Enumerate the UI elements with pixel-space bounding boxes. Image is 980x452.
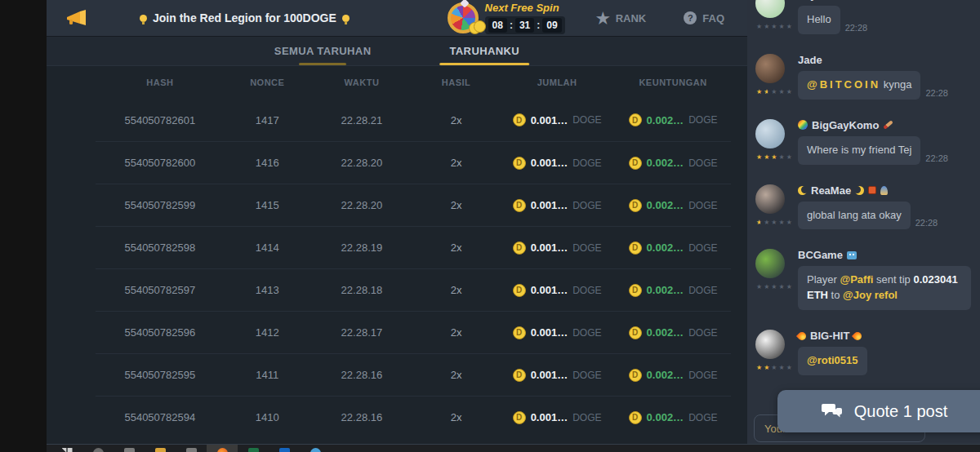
taskbar-excel-icon[interactable] bbox=[238, 445, 269, 452]
username-text: Joy refol bbox=[798, 0, 842, 1]
taskbar-gray-icon[interactable] bbox=[176, 445, 207, 452]
doge-coin-icon bbox=[629, 242, 642, 255]
chat-username[interactable]: BIG-HIT bbox=[798, 330, 972, 342]
star-icon: ★ bbox=[786, 153, 794, 161]
hasil-value: 2x bbox=[413, 326, 499, 339]
chat-message: ★★★★★ Jade @BITCOIN kynga 22:28 bbox=[755, 54, 972, 100]
chat-bubble-row: @BITCOIN kynga 22:28 bbox=[798, 71, 972, 100]
star-icon: ★ bbox=[779, 88, 786, 95]
chat-message: ★★★★★ BCGame Player @Paffi sent tip 0.02… bbox=[755, 249, 972, 310]
taskbar-gray-icon[interactable] bbox=[114, 445, 145, 452]
star-icon: ★ bbox=[764, 23, 771, 30]
pray-icon bbox=[880, 186, 888, 195]
avatar[interactable] bbox=[755, 54, 785, 83]
jumlah-currency: DOGE bbox=[572, 285, 601, 296]
jumlah-cell: 0.001… DOGE bbox=[499, 284, 615, 297]
avatar[interactable] bbox=[755, 184, 785, 214]
waktu-value: 22.28.20 bbox=[310, 157, 413, 169]
keuntungan-currency: DOGE bbox=[688, 285, 717, 296]
username-text: Jade bbox=[798, 54, 822, 66]
outlook-icon bbox=[279, 448, 290, 452]
taskbar-firefox-icon[interactable] bbox=[207, 445, 238, 452]
jumlah-currency: DOGE bbox=[572, 412, 601, 423]
timer-seconds: 09 bbox=[542, 18, 561, 33]
rank-label: RANK bbox=[616, 12, 647, 24]
chat-timestamp: 22:28 bbox=[845, 23, 868, 34]
table-row: 554050782595 1411 22.28.16 2x 0.001… DOG… bbox=[96, 353, 731, 396]
taskbar-outlook-icon[interactable] bbox=[269, 445, 300, 452]
jumlah-cell: 0.001… DOGE bbox=[499, 113, 615, 126]
quote-post-button[interactable]: Quote 1 post bbox=[777, 390, 980, 432]
waktu-value: 22.28.18 bbox=[310, 284, 413, 296]
avatar[interactable] bbox=[755, 0, 785, 18]
gray-icon bbox=[186, 448, 197, 452]
user-star-rating: ★★★★★ bbox=[756, 219, 794, 226]
doge-coin-icon bbox=[513, 113, 526, 126]
tab-semua-taruhan[interactable]: SEMUA TARUHAN bbox=[274, 37, 372, 65]
jumlah-cell: 0.001… DOGE bbox=[499, 242, 615, 255]
chat-bubble: @roti0515 bbox=[798, 347, 867, 375]
timer-colon: : bbox=[537, 20, 540, 31]
nonce-value: 1410 bbox=[225, 411, 310, 423]
chat-username[interactable]: ReaMae bbox=[798, 184, 972, 197]
fire-icon bbox=[852, 330, 863, 341]
header-jumlah: JUMLAH bbox=[499, 78, 615, 87]
faq-button[interactable]: ? FAQ bbox=[684, 11, 724, 24]
jumlah-amount: 0.001… bbox=[531, 284, 568, 296]
chat-bubble: Where is my friend Tej bbox=[798, 136, 920, 165]
hasil-value: 2x bbox=[413, 242, 499, 254]
taskbar-skype-icon[interactable] bbox=[300, 445, 331, 452]
announcement-banner[interactable]: Join the Red Legion for 100DOGE bbox=[140, 11, 350, 24]
header-waktu: WAKTU bbox=[310, 78, 413, 87]
star-icon: ★ bbox=[756, 219, 764, 226]
chat-bubble-row: @roti0515 bbox=[798, 347, 972, 375]
doge-coin-icon bbox=[629, 157, 642, 170]
jumlah-currency: DOGE bbox=[572, 327, 601, 339]
taskbar-folder-icon[interactable] bbox=[145, 445, 176, 452]
doge-coin-icon bbox=[629, 411, 642, 424]
keuntungan-cell: 0.002… DOGE bbox=[615, 411, 731, 424]
keuntungan-cell: 0.002… DOGE bbox=[615, 326, 731, 339]
star-icon: ★ bbox=[756, 88, 764, 95]
excel-icon bbox=[248, 448, 259, 452]
chat-username[interactable]: BCGame bbox=[798, 249, 972, 261]
free-spin-widget[interactable]: Next Free Spin 08 : 31 : 09 bbox=[448, 2, 565, 34]
keuntungan-amount: 0.002… bbox=[647, 157, 684, 169]
nonce-value: 1414 bbox=[225, 242, 310, 254]
tab-taruhanku[interactable]: TARUHANKU bbox=[449, 37, 519, 65]
jumlah-cell: 0.001… DOGE bbox=[499, 411, 615, 424]
keuntungan-currency: DOGE bbox=[688, 370, 717, 381]
hasil-value: 2x bbox=[413, 369, 499, 381]
star-icon: ★ bbox=[764, 364, 771, 371]
taskbar-circle-icon[interactable] bbox=[82, 445, 114, 452]
taskbar-windows-icon[interactable] bbox=[51, 445, 82, 452]
avatar[interactable] bbox=[755, 119, 785, 148]
rank-button[interactable]: ★ RANK bbox=[596, 11, 647, 26]
jumlah-amount: 0.001… bbox=[531, 242, 568, 254]
avatar[interactable] bbox=[755, 249, 785, 278]
nonce-value: 1413 bbox=[225, 284, 310, 296]
chat-username[interactable]: Jade bbox=[798, 54, 972, 66]
star-icon: ★ bbox=[786, 23, 794, 30]
faq-label: FAQ bbox=[702, 12, 724, 24]
windows-icon bbox=[62, 448, 73, 452]
chat-bubble-row: Player @Paffi sent tip 0.023041 ETH to @… bbox=[798, 266, 972, 310]
circle-icon bbox=[93, 448, 104, 452]
star-icon: ★ bbox=[764, 283, 771, 290]
message-segment: @Paffi bbox=[840, 273, 873, 286]
jumlah-amount: 0.001… bbox=[531, 157, 568, 169]
windows-taskbar[interactable] bbox=[47, 444, 980, 452]
robot-icon bbox=[847, 251, 857, 259]
message-segment: Hello bbox=[807, 13, 831, 25]
star-icon: ★ bbox=[771, 283, 778, 290]
message-segment: sent tip bbox=[873, 273, 913, 286]
nonce-value: 1417 bbox=[225, 114, 310, 126]
chat-username[interactable]: BigGayKomo bbox=[798, 119, 972, 131]
bulb-icon bbox=[342, 15, 350, 22]
star-icon: ★ bbox=[786, 88, 794, 95]
avatar[interactable] bbox=[755, 330, 785, 359]
firefox-icon bbox=[217, 448, 228, 452]
chat-message: ★★★★★ Joy refol Hello 22:28 bbox=[755, 0, 972, 34]
chat-username[interactable]: Joy refol bbox=[798, 0, 972, 1]
jumlah-amount: 0.001… bbox=[531, 326, 568, 339]
